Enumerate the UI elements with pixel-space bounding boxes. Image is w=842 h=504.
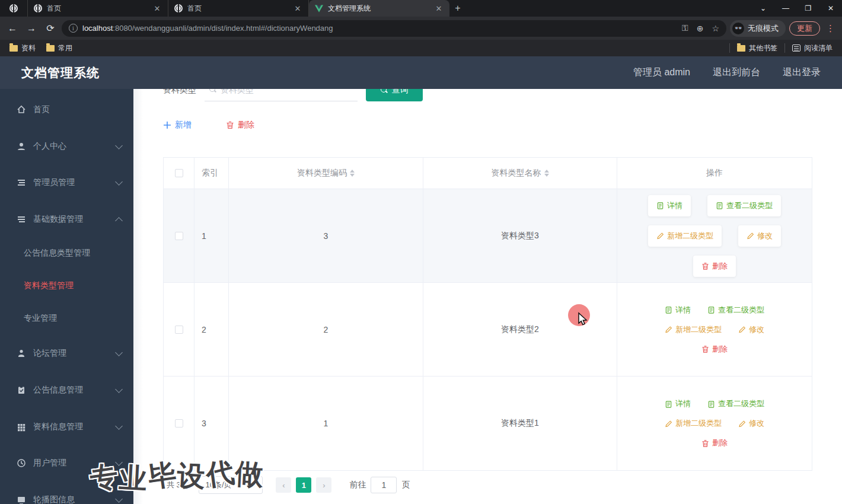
sidebar-item-base-data-management[interactable]: 基础数据管理 [0, 208, 133, 231]
browser-menu-icon[interactable]: ⋮ [824, 23, 837, 34]
current-page-button[interactable]: 1 [296, 477, 311, 493]
admin-user-label: 管理员 admin [633, 66, 690, 79]
detail-button[interactable]: 详情 [665, 398, 691, 409]
row-checkbox[interactable] [175, 326, 183, 334]
new-tab-button[interactable]: + [449, 0, 466, 17]
prev-page-button[interactable]: ‹ [276, 477, 291, 493]
search-icon [381, 89, 388, 94]
query-button[interactable]: 查询 [366, 89, 423, 101]
table-row[interactable]: 2 2 资料类型2 详情 查看二级类型 新增二级类型 修改 删除 [164, 283, 812, 377]
zoom-icon[interactable]: ⊕ [697, 24, 704, 33]
reading-list-button[interactable]: 阅读清单 [789, 43, 836, 53]
url-bar[interactable]: i localhost:8080/wendangguanli/admin/dis… [62, 20, 726, 37]
sidebar-item-data-info-management[interactable]: 资料信息管理 [0, 415, 133, 439]
bookmark-star-icon[interactable]: ☆ [712, 24, 719, 33]
sidebar-item-notice-management[interactable]: 公告信息管理 [0, 378, 133, 402]
sort-caret-icon[interactable] [350, 170, 355, 177]
sort-caret-icon[interactable] [544, 170, 549, 177]
mouse-cursor-icon [576, 312, 589, 327]
sidebar-item-data-type-management-active[interactable]: 资料类型管理 [0, 274, 133, 298]
detail-button[interactable]: 详情 [648, 195, 691, 216]
bookmark-label: 资料 [21, 43, 36, 53]
tab-close-icon[interactable]: ✕ [152, 4, 162, 13]
watermark-text: 专业毕设代做 [90, 454, 265, 497]
password-key-icon[interactable]: ⚿ [682, 23, 688, 33]
detail-button[interactable]: 详情 [665, 305, 691, 315]
add-subtype-button[interactable]: 新增二级类型 [648, 225, 722, 247]
bookmark-folder[interactable]: 常用 [43, 43, 76, 53]
row-delete-button[interactable]: 删除 [701, 344, 728, 355]
row-checkbox[interactable] [175, 419, 183, 428]
forward-icon[interactable]: → [24, 21, 39, 36]
add-button[interactable]: 新增 [163, 120, 192, 130]
search-input[interactable]: 资料类型 [205, 89, 358, 101]
bookmarks-bar: 资料 常用 其他书签 阅读清单 [0, 40, 842, 56]
sidebar-item-major-management[interactable]: 专业管理 [0, 307, 133, 330]
globe-favicon-icon [174, 4, 183, 12]
pinned-tab[interactable] [0, 0, 28, 17]
sidebar-item-label: 个人中心 [33, 141, 66, 152]
folder-icon [46, 45, 55, 52]
edit-button[interactable]: 修改 [738, 324, 764, 335]
add-subtype-button[interactable]: 新增二级类型 [665, 418, 722, 429]
view-subtype-button[interactable]: 查看二级类型 [707, 398, 764, 409]
logout-link[interactable]: 退出登录 [783, 66, 821, 79]
tab-close-icon[interactable]: ✕ [434, 4, 444, 13]
edit-button[interactable]: 修改 [738, 418, 764, 429]
edit-button[interactable]: 修改 [738, 225, 781, 247]
site-info-icon[interactable]: i [69, 24, 78, 33]
tab-search-chevron-icon[interactable]: ⌄ [752, 0, 774, 17]
add-subtype-button[interactable]: 新增二级类型 [665, 324, 722, 335]
chevron-up-icon [115, 217, 123, 225]
reload-icon[interactable]: ⟳ [43, 21, 58, 36]
goto-page-input[interactable] [371, 477, 397, 493]
view-subtype-button[interactable]: 查看二级类型 [707, 305, 764, 315]
exit-to-front-link[interactable]: 退出到前台 [713, 66, 760, 79]
view-subtype-button[interactable]: 查看二级类型 [707, 195, 781, 216]
sidebar-item-admin-management[interactable]: 管理员管理 [0, 171, 133, 194]
sidebar-item-notice-type-management[interactable]: 公告信息类型管理 [0, 241, 133, 265]
table-row[interactable]: 1 3 资料类型3 详情 查看二级类型 新增二级类型 修改 删除 [164, 189, 812, 283]
sidebar-item-label: 资料信息管理 [33, 422, 83, 432]
globe-favicon-icon [9, 4, 18, 12]
sidebar-item-personal-center[interactable]: 个人中心 [0, 135, 133, 158]
vue-logo-icon [315, 5, 323, 12]
sidebar-item-label: 轮播图信息 [33, 495, 75, 504]
header-code-label: 资料类型编码 [297, 168, 347, 178]
search-row: 资料类型 资料类型 查询 [163, 89, 423, 102]
goto-label: 前往 [349, 480, 366, 490]
row-delete-button[interactable]: 删除 [701, 438, 728, 448]
header-code[interactable]: 资料类型编码 [229, 158, 423, 189]
header-actions: 操作 [617, 158, 812, 189]
back-icon[interactable]: ← [5, 21, 20, 36]
row-delete-button[interactable]: 删除 [693, 256, 736, 277]
browser-tab-active[interactable]: 文档管理系统 ✕ [309, 0, 449, 17]
select-all-checkbox[interactable] [175, 169, 183, 177]
next-page-button[interactable]: › [316, 477, 331, 493]
pencil-icon [738, 326, 746, 333]
row-checkbox[interactable] [175, 232, 183, 240]
close-window-button[interactable]: ✕ [819, 0, 842, 17]
document-icon [716, 202, 723, 209]
sidebar-item-forum-management[interactable]: 论坛管理 [0, 342, 133, 365]
delete-button[interactable]: 删除 [226, 120, 254, 130]
user-icon [17, 142, 26, 151]
sidebar-item-label: 资料类型管理 [24, 280, 74, 291]
browser-tab-2[interactable]: 首页 ✕ [168, 0, 309, 17]
restore-button[interactable]: ❐ [797, 0, 819, 17]
sidebar-item-home[interactable]: 首页 [0, 98, 133, 122]
header-name[interactable]: 资料类型名称 [423, 158, 617, 189]
divider [729, 43, 730, 53]
header-checkbox-cell [164, 158, 194, 189]
other-bookmarks-button[interactable]: 其他书签 [733, 43, 781, 53]
delete-button-label: 删除 [238, 120, 254, 130]
bookmark-folder[interactable]: 资料 [6, 43, 39, 53]
minimize-button[interactable]: — [774, 0, 797, 17]
browser-tab-1[interactable]: 首页 ✕ [28, 0, 168, 17]
cell-actions: 详情 查看二级类型 新增二级类型 修改 删除 [617, 377, 812, 470]
window-controls: ⌄ — ❐ ✕ [752, 0, 842, 17]
browser-update-button[interactable]: 更新 [789, 21, 820, 36]
sidebar-item-label: 首页 [33, 104, 50, 115]
tab-close-icon[interactable]: ✕ [293, 4, 302, 13]
data-table: 索引 资料类型编码 资料类型名称 操作 1 3 资料类型3 [163, 157, 812, 471]
